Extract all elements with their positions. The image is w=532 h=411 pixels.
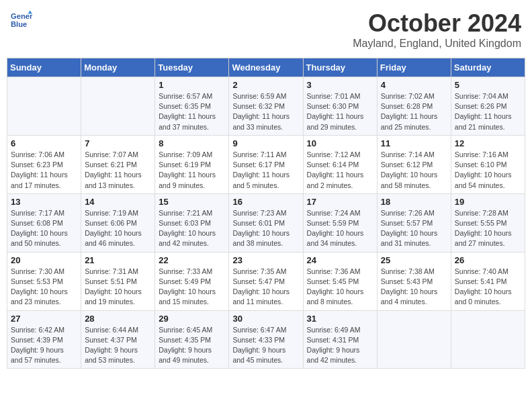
calendar-cell: 10Sunrise: 7:12 AM Sunset: 6:14 PM Dayli… [303, 135, 377, 193]
day-number: 6 [11, 138, 77, 148]
day-number: 9 [232, 138, 299, 148]
day-info: Sunrise: 7:35 AM Sunset: 5:47 PM Dayligh… [232, 267, 299, 308]
calendar-cell [377, 310, 451, 369]
calendar-cell: 29Sunrise: 6:45 AM Sunset: 4:35 PM Dayli… [155, 310, 229, 369]
calendar-cell: 6Sunrise: 7:06 AM Sunset: 6:23 PM Daylig… [7, 135, 81, 193]
day-info: Sunrise: 7:04 AM Sunset: 6:26 PM Dayligh… [455, 91, 521, 132]
logo-icon: General Blue [11, 9, 32, 31]
day-number: 18 [381, 197, 447, 207]
day-info: Sunrise: 7:11 AM Sunset: 6:17 PM Dayligh… [232, 150, 299, 191]
day-number: 3 [307, 80, 373, 90]
calendar-cell: 12Sunrise: 7:16 AM Sunset: 6:10 PM Dayli… [451, 135, 525, 193]
day-info: Sunrise: 7:38 AM Sunset: 5:43 PM Dayligh… [381, 267, 447, 308]
day-info: Sunrise: 7:31 AM Sunset: 5:51 PM Dayligh… [85, 267, 151, 308]
day-number: 16 [232, 197, 299, 207]
day-number: 26 [455, 255, 521, 265]
day-info: Sunrise: 7:02 AM Sunset: 6:28 PM Dayligh… [381, 91, 447, 132]
day-info: Sunrise: 7:28 AM Sunset: 5:55 PM Dayligh… [455, 208, 521, 249]
calendar-header-row: SundayMondayTuesdayWednesdayThursdayFrid… [7, 58, 525, 77]
day-number: 14 [85, 197, 151, 207]
day-number: 13 [11, 197, 77, 207]
calendar-cell: 13Sunrise: 7:17 AM Sunset: 6:08 PM Dayli… [7, 193, 81, 252]
calendar-cell: 11Sunrise: 7:14 AM Sunset: 6:12 PM Dayli… [377, 135, 451, 193]
day-info: Sunrise: 7:40 AM Sunset: 5:41 PM Dayligh… [455, 267, 521, 308]
day-number: 29 [159, 314, 225, 324]
calendar-cell: 31Sunrise: 6:49 AM Sunset: 4:31 PM Dayli… [303, 310, 377, 369]
weekday-header: Thursday [303, 58, 377, 77]
day-info: Sunrise: 7:09 AM Sunset: 6:19 PM Dayligh… [159, 150, 225, 191]
calendar-cell: 14Sunrise: 7:19 AM Sunset: 6:06 PM Dayli… [81, 193, 155, 252]
location-title: Mayland, England, United Kingdom [353, 38, 521, 50]
day-number: 8 [159, 138, 225, 148]
day-number: 23 [232, 255, 299, 265]
day-number: 24 [307, 255, 373, 265]
day-info: Sunrise: 7:01 AM Sunset: 6:30 PM Dayligh… [307, 91, 373, 132]
calendar-cell: 16Sunrise: 7:23 AM Sunset: 6:01 PM Dayli… [229, 193, 303, 252]
day-info: Sunrise: 6:45 AM Sunset: 4:35 PM Dayligh… [159, 325, 225, 366]
calendar-cell: 25Sunrise: 7:38 AM Sunset: 5:43 PM Dayli… [377, 252, 451, 310]
day-info: Sunrise: 7:24 AM Sunset: 5:59 PM Dayligh… [307, 208, 373, 249]
calendar-cell: 20Sunrise: 7:30 AM Sunset: 5:53 PM Dayli… [7, 252, 81, 310]
day-info: Sunrise: 6:59 AM Sunset: 6:32 PM Dayligh… [232, 91, 299, 132]
day-number: 10 [307, 138, 373, 148]
calendar-cell: 23Sunrise: 7:35 AM Sunset: 5:47 PM Dayli… [229, 252, 303, 310]
calendar-cell: 1Sunrise: 6:57 AM Sunset: 6:35 PM Daylig… [155, 77, 229, 136]
day-info: Sunrise: 7:07 AM Sunset: 6:21 PM Dayligh… [85, 150, 151, 191]
logo: General Blue [11, 9, 32, 31]
day-info: Sunrise: 7:30 AM Sunset: 5:53 PM Dayligh… [11, 267, 77, 308]
day-info: Sunrise: 6:57 AM Sunset: 6:35 PM Dayligh… [159, 91, 225, 132]
weekday-header: Tuesday [155, 58, 229, 77]
calendar-cell: 19Sunrise: 7:28 AM Sunset: 5:55 PM Dayli… [451, 193, 525, 252]
day-info: Sunrise: 7:36 AM Sunset: 5:45 PM Dayligh… [307, 267, 373, 308]
day-info: Sunrise: 7:33 AM Sunset: 5:49 PM Dayligh… [159, 267, 225, 308]
day-number: 19 [455, 197, 521, 207]
calendar-cell: 27Sunrise: 6:42 AM Sunset: 4:39 PM Dayli… [7, 310, 81, 369]
title-block: October 2024 Mayland, England, United Ki… [353, 9, 521, 50]
day-number: 17 [307, 197, 373, 207]
calendar-cell: 7Sunrise: 7:07 AM Sunset: 6:21 PM Daylig… [81, 135, 155, 193]
calendar-cell: 4Sunrise: 7:02 AM Sunset: 6:28 PM Daylig… [377, 77, 451, 136]
weekday-header: Friday [377, 58, 451, 77]
day-number: 21 [85, 255, 151, 265]
month-title: October 2024 [353, 9, 521, 38]
day-number: 30 [232, 314, 299, 324]
day-info: Sunrise: 7:16 AM Sunset: 6:10 PM Dayligh… [455, 150, 521, 191]
day-info: Sunrise: 7:14 AM Sunset: 6:12 PM Dayligh… [381, 150, 447, 191]
day-number: 27 [11, 314, 77, 324]
day-number: 5 [455, 80, 521, 90]
day-info: Sunrise: 6:49 AM Sunset: 4:31 PM Dayligh… [307, 325, 373, 366]
calendar-cell: 24Sunrise: 7:36 AM Sunset: 5:45 PM Dayli… [303, 252, 377, 310]
header: General Blue October 2024 Mayland, Engla… [7, 7, 525, 52]
day-number: 12 [455, 138, 521, 148]
day-number: 15 [159, 197, 225, 207]
calendar-week-row: 6Sunrise: 7:06 AM Sunset: 6:23 PM Daylig… [7, 135, 525, 193]
calendar-cell: 18Sunrise: 7:26 AM Sunset: 5:57 PM Dayli… [377, 193, 451, 252]
svg-text:Blue: Blue [11, 20, 27, 28]
day-info: Sunrise: 7:12 AM Sunset: 6:14 PM Dayligh… [307, 150, 373, 191]
calendar-week-row: 27Sunrise: 6:42 AM Sunset: 4:39 PM Dayli… [7, 310, 525, 369]
calendar-cell: 2Sunrise: 6:59 AM Sunset: 6:32 PM Daylig… [229, 77, 303, 136]
day-number: 11 [381, 138, 447, 148]
calendar-cell: 17Sunrise: 7:24 AM Sunset: 5:59 PM Dayli… [303, 193, 377, 252]
calendar-cell [81, 77, 155, 136]
calendar-cell [7, 77, 81, 136]
day-info: Sunrise: 7:17 AM Sunset: 6:08 PM Dayligh… [11, 208, 77, 249]
calendar-cell: 21Sunrise: 7:31 AM Sunset: 5:51 PM Dayli… [81, 252, 155, 310]
day-number: 22 [159, 255, 225, 265]
calendar-week-row: 1Sunrise: 6:57 AM Sunset: 6:35 PM Daylig… [7, 77, 525, 136]
weekday-header: Sunday [7, 58, 81, 77]
day-number: 2 [232, 80, 299, 90]
calendar-cell: 9Sunrise: 7:11 AM Sunset: 6:17 PM Daylig… [229, 135, 303, 193]
calendar-body: 1Sunrise: 6:57 AM Sunset: 6:35 PM Daylig… [7, 77, 525, 369]
calendar-cell: 3Sunrise: 7:01 AM Sunset: 6:30 PM Daylig… [303, 77, 377, 136]
day-number: 28 [85, 314, 151, 324]
day-number: 20 [11, 255, 77, 265]
day-number: 1 [159, 80, 225, 90]
calendar-cell: 5Sunrise: 7:04 AM Sunset: 6:26 PM Daylig… [451, 77, 525, 136]
calendar-cell: 30Sunrise: 6:47 AM Sunset: 4:33 PM Dayli… [229, 310, 303, 369]
weekday-header: Saturday [451, 58, 525, 77]
day-info: Sunrise: 7:23 AM Sunset: 6:01 PM Dayligh… [232, 208, 299, 249]
calendar-cell: 28Sunrise: 6:44 AM Sunset: 4:37 PM Dayli… [81, 310, 155, 369]
calendar-cell: 15Sunrise: 7:21 AM Sunset: 6:03 PM Dayli… [155, 193, 229, 252]
calendar-cell: 22Sunrise: 7:33 AM Sunset: 5:49 PM Dayli… [155, 252, 229, 310]
